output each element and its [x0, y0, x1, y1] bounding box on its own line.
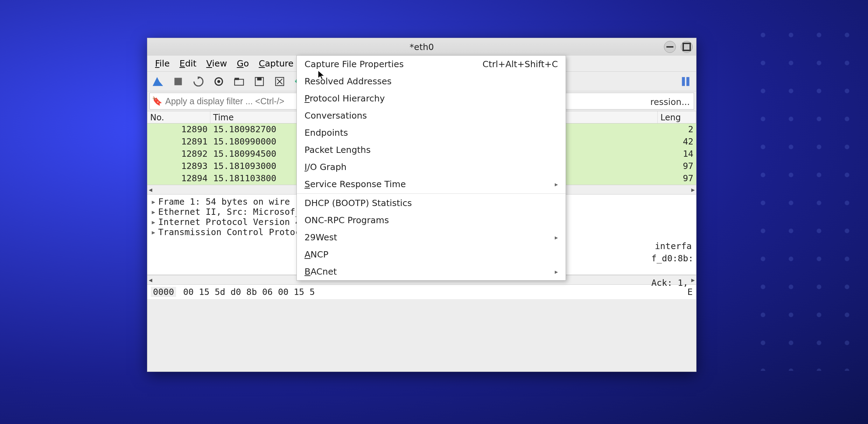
- menu-item-conversations[interactable]: Conversations: [297, 107, 566, 124]
- coloring-rules-button[interactable]: [679, 75, 693, 89]
- menu-edit[interactable]: Edit: [175, 56, 201, 71]
- menu-item-endpoints[interactable]: Endpoints: [297, 124, 566, 141]
- menu-capture[interactable]: Capture: [254, 56, 298, 71]
- maximize-icon: [681, 41, 692, 52]
- expand-icon[interactable]: ▸: [151, 217, 156, 227]
- col-no[interactable]: No.: [147, 111, 210, 123]
- minimize-button[interactable]: [664, 41, 676, 53]
- svg-rect-1: [683, 43, 690, 50]
- tree-peek: Ack: 1,: [651, 278, 688, 288]
- menu-item-dhcp-statistics[interactable]: DHCP (BOOTP) Statistics: [297, 195, 566, 212]
- open-file-button[interactable]: [232, 75, 246, 89]
- statistics-menu-dropdown: Capture File Properties Ctrl+Alt+Shift+C…: [296, 55, 566, 281]
- minimize-icon: [664, 41, 676, 52]
- menu-item-bacnet[interactable]: BACnet ▸: [297, 263, 566, 280]
- svg-point-5: [217, 80, 220, 83]
- menu-item-packet-lengths[interactable]: Packet Lengths: [297, 141, 566, 158]
- expression-button[interactable]: ression...: [647, 96, 693, 108]
- menu-separator: [297, 193, 566, 194]
- menu-item-protocol-hierarchy[interactable]: Protocol Hierarchy: [297, 90, 566, 107]
- svg-rect-2: [174, 78, 182, 85]
- scroll-right-icon[interactable]: ▸: [691, 276, 695, 284]
- hex-offset: 0000: [151, 287, 176, 297]
- save-file-button[interactable]: [252, 75, 266, 89]
- scroll-right-icon[interactable]: ▸: [691, 185, 695, 194]
- submenu-arrow-icon: ▸: [555, 268, 558, 275]
- submenu-arrow-icon: ▸: [555, 181, 558, 188]
- hex-pane[interactable]: 0000 00 15 5d d0 8b 06 00 15 5 E: [147, 285, 696, 299]
- capture-options-button[interactable]: [212, 75, 226, 89]
- menu-go[interactable]: Go: [232, 56, 254, 71]
- menu-item-service-response-time[interactable]: Service Response Time ▸: [297, 176, 566, 193]
- tree-peek: f_d0:8b:: [651, 253, 693, 263]
- menu-item-ancp[interactable]: ANCP: [297, 246, 566, 263]
- submenu-arrow-icon: ▸: [555, 234, 558, 241]
- svg-rect-7: [234, 78, 239, 80]
- menu-item-onc-rpc-programs[interactable]: ONC-RPC Programs: [297, 212, 566, 229]
- decorative-dotgrid: [749, 21, 854, 371]
- expand-icon[interactable]: ▸: [151, 197, 156, 207]
- svg-rect-15: [686, 77, 690, 86]
- titlebar: *eth0: [147, 38, 696, 56]
- menu-item-io-graph[interactable]: I/O Graph: [297, 158, 566, 176]
- window-title: *eth0: [147, 42, 696, 52]
- wireshark-window: *eth0 File Edit View Go Capture Analyze …: [147, 38, 696, 372]
- shortcut-label: Ctrl+Alt+Shift+C: [483, 59, 558, 69]
- close-file-button[interactable]: [273, 75, 287, 89]
- col-length[interactable]: Leng: [658, 111, 696, 123]
- menu-view[interactable]: View: [201, 56, 232, 71]
- tree-peek: interfa: [655, 241, 692, 251]
- expand-icon[interactable]: ▸: [151, 227, 156, 237]
- svg-rect-9: [257, 77, 262, 80]
- expand-icon[interactable]: ▸: [151, 207, 156, 217]
- scroll-left-icon[interactable]: ◂: [149, 276, 152, 284]
- maximize-button[interactable]: [681, 41, 693, 53]
- col-time[interactable]: Time: [210, 111, 308, 123]
- restart-capture-button[interactable]: [191, 75, 205, 89]
- menu-item-29west[interactable]: 29West ▸: [297, 229, 566, 246]
- menu-file[interactable]: File: [150, 56, 175, 71]
- hex-bytes: 00 15 5d d0 8b 06 00 15 5: [183, 287, 315, 297]
- bookmark-icon[interactable]: 🔖: [152, 96, 162, 106]
- menu-item-capture-file-properties[interactable]: Capture File Properties Ctrl+Alt+Shift+C: [297, 56, 566, 73]
- stop-capture-button[interactable]: [171, 75, 185, 89]
- logo-shark-fin-icon: [151, 75, 165, 89]
- hex-ascii: E: [687, 287, 693, 297]
- scroll-left-icon[interactable]: ◂: [149, 185, 152, 194]
- svg-rect-6: [234, 79, 244, 85]
- menu-item-resolved-addresses[interactable]: Resolved Addresses: [297, 73, 566, 90]
- svg-rect-14: [682, 77, 685, 86]
